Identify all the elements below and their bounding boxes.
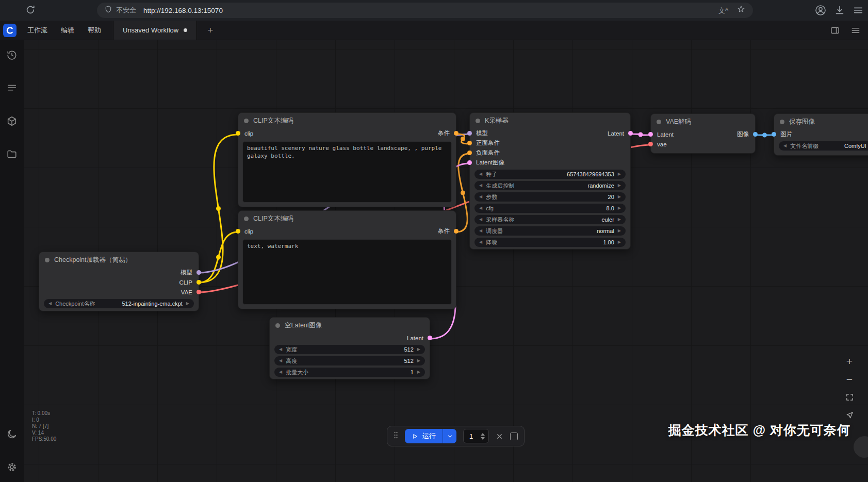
output-slot-图像[interactable] [753, 132, 758, 137]
refresh-icon[interactable] [24, 4, 37, 16]
widget-decrement-icon[interactable]: ◀ [279, 370, 282, 374]
address-bar[interactable]: 不安全 http://192.168.0.13:15070 文A [97, 3, 753, 18]
cancel-x-icon[interactable] [496, 433, 503, 440]
node-vae-decode[interactable]: VAE解码Latent图像vae [650, 113, 756, 154]
download-icon[interactable] [834, 5, 845, 16]
input-slot-Latent图像[interactable] [467, 160, 472, 165]
workflows-folder-icon[interactable] [6, 148, 18, 160]
widget-increment-icon[interactable]: ▶ [618, 184, 621, 188]
security-label[interactable]: 不安全 [116, 6, 136, 15]
translate-icon[interactable]: 文A [718, 7, 728, 14]
output-slot-Latent[interactable] [628, 131, 633, 136]
stepper-arrows[interactable] [479, 433, 488, 440]
widget-decrement-icon[interactable]: ◀ [479, 240, 482, 244]
widget-宽度[interactable]: ◀宽度512▶ [274, 345, 425, 354]
widget-批量大小[interactable]: ◀批量大小1▶ [274, 368, 425, 377]
widget-decrement-icon[interactable]: ◀ [479, 195, 482, 199]
widget-文件名前缀[interactable]: ◀文件名前缀ComfyUI▶ [779, 141, 868, 151]
node-clip-text-encode-positive[interactable]: CLIP文本编码clip条件beautiful scenery nature g… [238, 112, 456, 207]
comfyui-logo-icon[interactable] [3, 24, 17, 37]
run-options-chevron-icon[interactable] [443, 429, 456, 443]
widget-increment-icon[interactable]: ▶ [618, 229, 621, 233]
input-slot-clip[interactable] [236, 229, 240, 234]
widget-decrement-icon[interactable]: ◀ [479, 229, 482, 233]
widget-increment-icon[interactable]: ▶ [618, 240, 621, 244]
node-save-image[interactable]: 保存图像图片◀文件名前缀ComfyUI▶ [774, 113, 868, 156]
pan-cursor-icon[interactable] [843, 409, 856, 421]
menu-workflow[interactable]: 工作流 [21, 21, 54, 40]
model-library-icon[interactable] [6, 115, 18, 127]
batch-count-stepper[interactable]: 1 [463, 429, 489, 443]
input-slot-图片[interactable] [772, 132, 776, 137]
fit-view-icon[interactable] [843, 391, 856, 403]
widget-decrement-icon[interactable]: ◀ [48, 302, 52, 306]
widget-decrement-icon[interactable]: ◀ [479, 184, 482, 188]
output-slot-模型[interactable] [196, 270, 201, 275]
workflow-tab[interactable]: Unsaved Workflow [113, 21, 197, 40]
output-slot-CLIP[interactable] [196, 280, 201, 285]
output-slot-VAE[interactable] [196, 290, 201, 294]
new-workflow-tab-button[interactable]: + [204, 25, 216, 36]
output-slot-Latent[interactable] [428, 336, 432, 340]
output-slot-条件[interactable] [454, 131, 458, 136]
widget-increment-icon[interactable]: ▶ [618, 218, 621, 222]
input-slot-Latent[interactable] [648, 132, 653, 137]
widget-increment-icon[interactable]: ▶ [417, 347, 420, 352]
collapse-dot-icon[interactable] [657, 120, 661, 124]
collapse-dot-icon[interactable] [244, 217, 249, 221]
widget-步数[interactable]: ◀步数20▶ [474, 192, 626, 202]
widget-decrement-icon[interactable]: ◀ [479, 218, 482, 222]
widget-decrement-icon[interactable]: ◀ [479, 206, 482, 210]
collapse-dot-icon[interactable] [275, 323, 280, 328]
widget-cfg[interactable]: ◀cfg8.0▶ [474, 204, 626, 213]
comfy-menu-icon[interactable] [850, 25, 861, 36]
widget-increment-icon[interactable]: ▶ [417, 370, 420, 374]
widget-调度器[interactable]: ◀调度器normal▶ [474, 226, 626, 236]
input-slot-clip[interactable] [236, 131, 240, 136]
output-slot-条件[interactable] [454, 229, 458, 234]
avatar-icon[interactable] [814, 4, 827, 16]
run-button[interactable]: 运行 [405, 429, 443, 443]
collapse-dot-icon[interactable] [45, 258, 50, 262]
zoom-in-icon[interactable]: + [843, 355, 856, 367]
node-checkpoint-loader[interactable]: Checkpoint加载器（简易）模型CLIPVAE◀Checkpoint名称5… [39, 252, 199, 311]
input-slot-模型[interactable] [467, 131, 472, 136]
star-icon[interactable] [736, 5, 746, 16]
increment-icon[interactable] [481, 433, 485, 436]
widget-降噪[interactable]: ◀降噪1.00▶ [474, 238, 626, 247]
prompt-textarea[interactable]: beautiful scenery nature glass bottle la… [242, 141, 452, 203]
menu-edit[interactable]: 编辑 [54, 21, 81, 40]
node-empty-latent-image[interactable]: 空Latent图像Latent◀宽度512▶◀高度512▶◀批量大小1▶ [269, 317, 430, 379]
zoom-out-icon[interactable]: − [843, 373, 856, 385]
widget-Checkpoint名称[interactable]: ◀Checkpoint名称512-inpainting-ema.ckpt▶ [44, 299, 194, 308]
widget-采样器名称[interactable]: ◀采样器名称euler▶ [474, 215, 626, 224]
stop-square-icon[interactable] [510, 433, 518, 440]
input-slot-正面条件[interactable] [467, 141, 472, 145]
queue-icon[interactable] [6, 82, 18, 94]
widget-decrement-icon[interactable]: ◀ [479, 172, 482, 176]
widget-increment-icon[interactable]: ▶ [417, 359, 420, 363]
collapse-dot-icon[interactable] [780, 120, 784, 124]
widget-decrement-icon[interactable]: ◀ [279, 347, 282, 352]
widget-increment-icon[interactable]: ▶ [186, 302, 189, 306]
theme-moon-icon[interactable] [6, 428, 18, 440]
widget-decrement-icon[interactable]: ◀ [279, 359, 282, 363]
widget-生成后控制[interactable]: ◀生成后控制randomize▶ [474, 181, 626, 190]
collapse-dot-icon[interactable] [244, 119, 249, 123]
collapse-dot-icon[interactable] [476, 119, 480, 123]
prompt-textarea[interactable]: text, watermark [242, 239, 452, 305]
decrement-icon[interactable] [481, 437, 485, 440]
node-clip-text-encode-negative[interactable]: CLIP文本编码clip条件text, watermark [238, 210, 456, 309]
widget-increment-icon[interactable]: ▶ [618, 172, 621, 176]
widget-种子[interactable]: ◀种子657438429694353▶ [474, 170, 626, 179]
browser-menu-icon[interactable] [853, 5, 864, 16]
url-text[interactable]: http://192.168.0.13:15070 [143, 7, 223, 14]
input-slot-负面条件[interactable] [467, 151, 472, 155]
node-ksampler[interactable]: K采样器模型Latent正面条件负面条件Latent图像◀种子657438429… [469, 112, 631, 250]
input-slot-vae[interactable] [648, 142, 653, 146]
drag-handle-icon[interactable] [394, 431, 398, 441]
settings-gear-icon[interactable] [6, 461, 18, 473]
widget-decrement-icon[interactable]: ◀ [783, 144, 787, 148]
widget-高度[interactable]: ◀高度512▶ [274, 356, 425, 365]
history-icon[interactable] [6, 49, 18, 61]
